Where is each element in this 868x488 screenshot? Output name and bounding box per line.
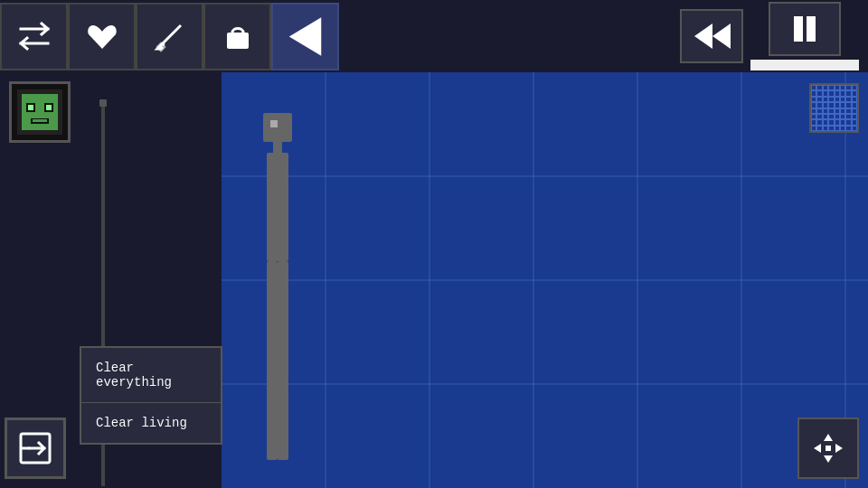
svg-marker-36: [814, 444, 821, 453]
svg-rect-27: [46, 105, 52, 110]
svg-marker-34: [824, 434, 833, 441]
grid-area[interactable]: [222, 72, 868, 488]
pause-button[interactable]: [769, 2, 841, 56]
move-button[interactable]: [797, 418, 859, 479]
avatar-box: [9, 81, 71, 143]
svg-rect-1: [227, 33, 249, 49]
swap-button[interactable]: [0, 3, 68, 70]
minimap-cell: [852, 126, 857, 131]
clear-living-button[interactable]: Clear living: [81, 403, 221, 443]
speed-bar: [750, 60, 859, 70]
exit-button[interactable]: [5, 418, 66, 479]
context-menu: Clear everything Clear living: [80, 346, 222, 445]
svg-marker-3: [694, 23, 712, 49]
sword-button[interactable]: [136, 3, 203, 70]
top-controls: [680, 0, 868, 72]
svg-rect-26: [28, 105, 33, 110]
svg-rect-18: [273, 142, 282, 153]
exit-icon: [17, 430, 53, 466]
back-button[interactable]: [271, 3, 339, 70]
svg-marker-4: [712, 23, 731, 49]
svg-rect-20: [267, 261, 278, 460]
heart-button[interactable]: [68, 3, 136, 70]
svg-rect-5: [794, 16, 803, 42]
bag-button[interactable]: [203, 3, 271, 70]
svg-rect-6: [807, 16, 816, 42]
avatar-icon: [17, 89, 62, 135]
svg-marker-37: [835, 444, 843, 453]
svg-marker-2: [289, 17, 322, 56]
svg-rect-21: [278, 261, 288, 460]
move-icon: [810, 430, 846, 466]
svg-rect-19: [267, 153, 288, 261]
svg-rect-17: [270, 120, 278, 127]
svg-marker-35: [824, 455, 833, 463]
svg-rect-29: [33, 119, 47, 122]
speed-bar-container: [750, 2, 859, 70]
svg-rect-38: [826, 446, 831, 451]
rewind-button[interactable]: [680, 9, 743, 63]
svg-rect-30: [99, 99, 107, 107]
minimap: [809, 83, 859, 133]
clear-everything-button[interactable]: Clear everything: [81, 348, 221, 403]
